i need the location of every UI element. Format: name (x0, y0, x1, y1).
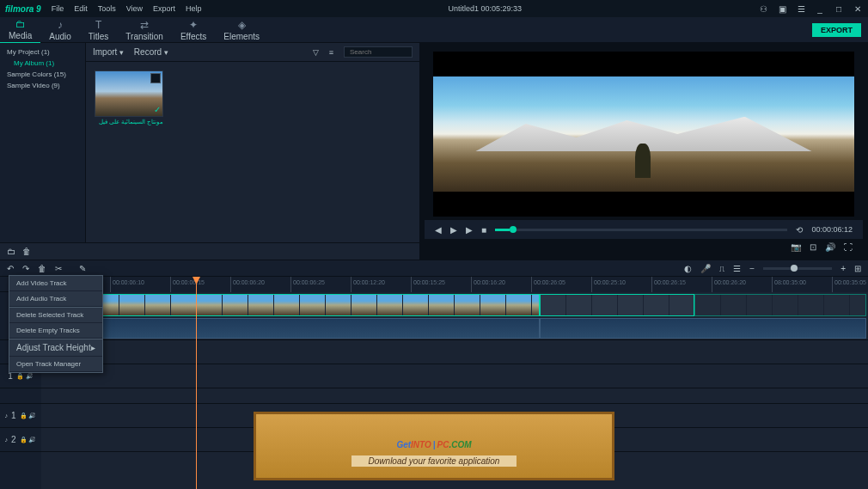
menu-tools[interactable]: Tools (98, 4, 116, 13)
ctx-add-audio-track[interactable]: Add Audio Track (9, 291, 102, 307)
snapshot-icon[interactable]: 📷 (791, 242, 801, 252)
video-track-1[interactable] (41, 292, 868, 340)
video-track-2[interactable] (41, 340, 868, 364)
mixer-icon[interactable]: ⎍ (719, 264, 724, 273)
prev-frame-button[interactable]: ◀ (435, 225, 442, 235)
settings-icon[interactable]: ☰ (796, 3, 806, 14)
import-button[interactable]: Import ▾ (93, 47, 124, 57)
watermark-overlay: GetINTO|PC.COM Download your favorite ap… (254, 412, 614, 480)
preview-video[interactable] (433, 52, 854, 217)
audio-wave-1[interactable] (41, 318, 540, 339)
record-button[interactable]: Record ▾ (134, 47, 168, 57)
video-clip-1[interactable] (41, 294, 540, 316)
mic-icon[interactable]: 🎤 (700, 264, 711, 273)
music-icon: ♪ (58, 19, 63, 31)
titlebar: filmora 9 File Edit Tools View Export He… (0, 0, 868, 17)
marker-icon[interactable]: ◐ (684, 264, 692, 273)
render-icon[interactable]: ☰ (733, 264, 741, 273)
thumbnail-label: مونتاج السينمائية على فيل (95, 119, 163, 125)
search-input[interactable] (344, 46, 413, 58)
stop-button[interactable]: ■ (481, 225, 486, 235)
zoom-in-button[interactable]: + (840, 264, 846, 273)
app-logo: filmora 9 (5, 4, 41, 14)
preview-scrubber[interactable] (495, 229, 787, 231)
timeline-toolbar: ↶ ↷ 🗑 ✂ ✎ ◐ 🎤 ⎍ ☰ − + ⊞ (0, 260, 868, 277)
tab-transition[interactable]: ⇄Transition (117, 17, 172, 43)
video-clip-3[interactable] (694, 294, 866, 316)
elements-icon: ◈ (238, 19, 246, 31)
tab-elements[interactable]: ◈Elements (215, 17, 268, 43)
zoom-slider[interactable] (763, 267, 832, 270)
media-thumbnail[interactable]: ✓ (95, 70, 163, 117)
effects-icon: ✦ (189, 19, 198, 31)
track-header-music2[interactable]: ♪ 2 🔒 🔊 (0, 428, 41, 452)
zoom-fit-button[interactable]: ⊞ (854, 264, 861, 273)
edit-button[interactable]: ✎ (79, 264, 86, 273)
watermark-subtitle: Download your favorite application (351, 455, 517, 467)
sidebar-item-project[interactable]: My Project (1) (3, 46, 82, 58)
menu-file[interactable]: File (52, 4, 64, 13)
undo-button[interactable]: ↶ (7, 264, 14, 273)
time-ruler[interactable]: 00:00:03:05 00:00:06:10 00:00:06:15 00:0… (41, 277, 868, 292)
document-title: Untitled1 00:05:29:33 (212, 4, 758, 13)
ctx-track-manager[interactable]: Open Track Manager (9, 357, 102, 372)
delete-icon[interactable]: 🗑 (22, 247, 31, 256)
split-button[interactable]: ✂ (55, 264, 62, 273)
main-tabs: 🗀Media ♪Audio TTitles ⇄Transition ✦Effec… (0, 17, 868, 43)
menu-edit[interactable]: Edit (74, 4, 88, 13)
tab-media[interactable]: 🗀Media (0, 16, 40, 44)
track-divider (41, 388, 868, 404)
audio-wave-2[interactable] (540, 318, 866, 339)
maximize-icon[interactable]: □ (834, 3, 844, 14)
minimize-icon[interactable]: _ (815, 3, 825, 14)
new-folder-icon[interactable]: 🗀 (7, 247, 15, 256)
playhead[interactable] (196, 277, 197, 489)
video-clip-2[interactable] (540, 294, 694, 316)
ctx-add-video-track[interactable]: Add Video Track (9, 276, 102, 291)
notification-icon[interactable]: ▣ (777, 3, 787, 14)
media-sidebar: My Project (1) My Album (1) Sample Color… (0, 43, 86, 242)
folder-icon: 🗀 (15, 18, 26, 30)
preview-panel: ◀ ▶ ▶ ■ ⟲ 00:00:06:12 📷 ⊡ 🔊 ⛶ (419, 43, 868, 260)
sidebar-item-colors[interactable]: Sample Colors (15) (3, 69, 82, 80)
filter-icon[interactable]: ▽ (313, 48, 319, 57)
close-icon[interactable]: ✕ (853, 3, 863, 14)
ctx-delete-empty[interactable]: Delete Empty Tracks (9, 323, 102, 339)
tab-effects[interactable]: ✦Effects (172, 17, 215, 43)
tab-audio[interactable]: ♪Audio (40, 17, 80, 43)
sidebar-item-album[interactable]: My Album (1) (3, 58, 82, 69)
ctx-adjust-height[interactable]: Adjust Track Height▸ (9, 339, 102, 357)
redo-button[interactable]: ↷ (22, 264, 29, 273)
play-button[interactable]: ▶ (450, 225, 457, 235)
export-button[interactable]: EXPORT (812, 23, 861, 37)
quality-icon[interactable]: ⊡ (810, 242, 816, 252)
next-frame-button[interactable]: ▶ (466, 225, 473, 235)
sidebar-item-video[interactable]: Sample Video (9) (3, 80, 82, 91)
delete-button[interactable]: 🗑 (38, 264, 46, 273)
fullscreen-icon[interactable]: ⛶ (844, 242, 853, 252)
user-icon[interactable]: ⚇ (758, 3, 768, 14)
media-panel: Import ▾ Record ▾ ▽ ≡ ✓ مونتاج السينمائي… (86, 43, 419, 242)
tab-titles[interactable]: TTitles (80, 17, 118, 43)
text-icon: T (95, 19, 101, 31)
menu-export[interactable]: Export (153, 4, 175, 13)
menu-view[interactable]: View (126, 4, 143, 13)
volume-icon[interactable]: 🔊 (825, 242, 835, 252)
track-header-spacer (0, 388, 41, 404)
audio-track-1[interactable] (41, 364, 868, 388)
checkmark-icon: ✓ (154, 105, 161, 114)
sort-icon[interactable]: ≡ (329, 48, 333, 57)
menu-help[interactable]: Help (186, 4, 202, 13)
zoom-out-button[interactable]: − (749, 264, 755, 273)
transition-icon: ⇄ (140, 19, 149, 31)
track-context-menu: Add Video Track Add Audio Track Delete S… (9, 275, 103, 373)
track-header-music1[interactable]: ♪ 1 🔒 🔊 (0, 404, 41, 428)
preview-timecode: 00:00:06:12 (811, 225, 853, 234)
ctx-delete-selected[interactable]: Delete Selected Track (9, 308, 102, 323)
loop-icon[interactable]: ⟲ (796, 225, 803, 235)
